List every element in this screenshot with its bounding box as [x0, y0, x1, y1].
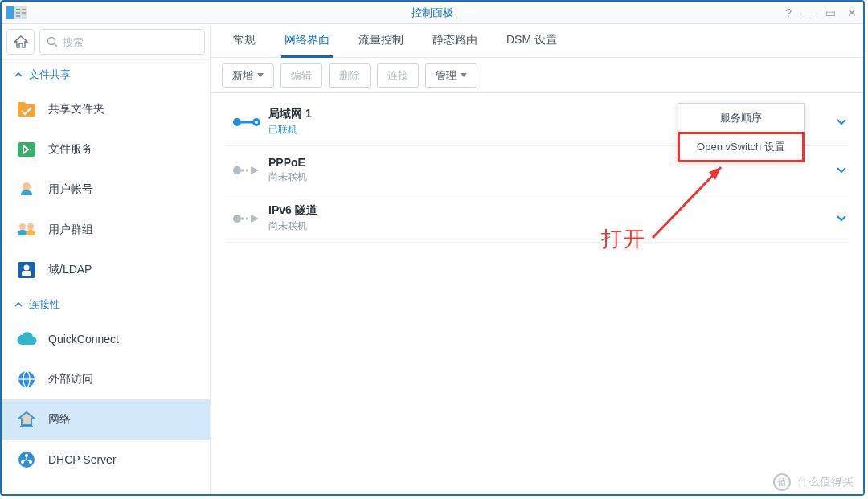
- disconnected-icon: [225, 212, 268, 225]
- maximize-icon[interactable]: ▭: [825, 6, 836, 19]
- tab-dsm-settings[interactable]: DSM 设置: [503, 25, 560, 58]
- menu-item-open-vswitch[interactable]: Open vSwitch 设置: [678, 133, 804, 162]
- svg-point-37: [233, 215, 241, 223]
- interface-status: 尚未联机: [268, 219, 834, 233]
- window-controls: ? — ▭ ✕: [785, 6, 857, 19]
- minimize-icon[interactable]: —: [803, 6, 814, 19]
- sidebar-item-label: 共享文件夹: [48, 102, 104, 117]
- body: 文件共享 共享文件夹 文件服务 用户帐号 用户群组: [2, 24, 863, 494]
- nav-list: 文件共享 共享文件夹 文件服务 用户帐号 用户群组: [2, 60, 210, 494]
- button-label: 管理: [436, 68, 457, 83]
- svg-rect-10: [18, 102, 26, 106]
- sidebar-item-label: 用户群组: [48, 223, 93, 237]
- sidebar-item-label: 文件服务: [48, 142, 93, 157]
- sidebar-item-ldap[interactable]: 域/LDAP: [2, 250, 210, 290]
- svg-rect-19: [16, 235, 37, 239]
- help-icon[interactable]: ?: [785, 6, 792, 19]
- svg-point-15: [19, 223, 26, 230]
- sidebar-item-user[interactable]: 用户帐号: [2, 170, 210, 210]
- app-window: 控制面板 ? — ▭ ✕ 文件共享: [0, 0, 865, 496]
- sidebar-item-group[interactable]: 用户群组: [2, 210, 210, 250]
- svg-point-31: [233, 118, 241, 126]
- sidebar-item-quickconnect[interactable]: QuickConnect: [2, 319, 210, 359]
- dhcp-icon: [16, 449, 37, 470]
- chevron-down-icon[interactable]: [834, 166, 849, 174]
- close-icon[interactable]: ✕: [847, 6, 857, 19]
- svg-point-28: [25, 454, 28, 457]
- cloud-icon: [16, 329, 37, 350]
- disconnected-icon: [225, 164, 268, 177]
- sidebar-item-label: 网络: [48, 412, 71, 427]
- globe-icon: [16, 369, 37, 390]
- watermark-icon: 值: [773, 473, 791, 491]
- sidebar: 文件共享 共享文件夹 文件服务 用户帐号 用户群组: [2, 24, 211, 494]
- menu-item-service-order[interactable]: 服务顺序: [678, 104, 804, 133]
- chevron-up-icon: [14, 301, 23, 309]
- caret-down-icon: [461, 73, 467, 77]
- annotation-label: 打开: [601, 225, 646, 253]
- svg-line-8: [55, 44, 58, 47]
- edit-button[interactable]: 编辑: [280, 63, 322, 88]
- sidebar-item-label: 域/LDAP: [48, 263, 92, 277]
- svg-marker-36: [251, 166, 259, 174]
- sidebar-item-file-services[interactable]: 文件服务: [2, 129, 210, 170]
- sidebar-item-external-access[interactable]: 外部访问: [2, 359, 210, 399]
- section-file-sharing[interactable]: 文件共享: [2, 60, 210, 89]
- app-icon: [6, 5, 29, 21]
- tab-traffic-control[interactable]: 流量控制: [355, 25, 407, 58]
- main-panel: 常规 网络界面 流量控制 静态路由 DSM 设置 新增 编辑 删除 连接 管理 …: [211, 24, 863, 494]
- watermark: 值 什么值得买: [773, 473, 854, 491]
- manage-dropdown: 服务顺序 Open vSwitch 设置: [678, 103, 805, 162]
- svg-point-34: [233, 166, 241, 174]
- manage-button[interactable]: 管理: [425, 63, 477, 88]
- lan-connected-icon: [225, 116, 268, 129]
- search-input-wrap[interactable]: [39, 29, 205, 55]
- svg-rect-4: [16, 15, 20, 17]
- add-button[interactable]: 新增: [222, 63, 274, 88]
- network-icon: [16, 409, 37, 430]
- tab-network-interface[interactable]: 网络界面: [281, 25, 333, 58]
- svg-rect-5: [22, 9, 26, 10]
- chevron-down-icon[interactable]: [834, 118, 849, 126]
- home-search-bar: [2, 24, 210, 60]
- svg-point-7: [48, 38, 55, 45]
- chevron-up-icon: [14, 71, 23, 79]
- sidebar-item-label: DHCP Server: [48, 453, 117, 466]
- shared-folder-icon: [16, 99, 37, 120]
- home-button[interactable]: [6, 29, 35, 55]
- button-label: 新增: [232, 68, 253, 83]
- search-input[interactable]: [63, 36, 198, 48]
- chevron-down-icon[interactable]: [834, 215, 849, 223]
- delete-button[interactable]: 删除: [329, 63, 371, 88]
- svg-marker-39: [251, 215, 259, 223]
- svg-point-33: [254, 119, 260, 125]
- section-label: 文件共享: [29, 67, 71, 82]
- caret-down-icon: [257, 73, 264, 77]
- interface-row-ipv6-tunnel[interactable]: IPv6 隧道 尚未联机: [225, 194, 849, 243]
- toolbar: 新增 编辑 删除 连接 管理: [211, 58, 863, 93]
- svg-rect-3: [16, 12, 20, 14]
- sidebar-item-label: QuickConnect: [48, 333, 119, 346]
- section-connectivity[interactable]: 连接性: [2, 290, 210, 319]
- svg-rect-11: [18, 142, 35, 157]
- interface-title: IPv6 隧道: [268, 203, 834, 218]
- group-icon: [16, 219, 37, 240]
- interface-text: IPv6 隧道 尚未联机: [268, 203, 834, 233]
- sidebar-item-shared-folder[interactable]: 共享文件夹: [2, 89, 210, 129]
- svg-rect-22: [22, 271, 31, 276]
- window-title: 控制面板: [411, 6, 453, 20]
- svg-point-21: [24, 265, 30, 271]
- titlebar: 控制面板 ? — ▭ ✕: [2, 2, 863, 24]
- connect-button[interactable]: 连接: [377, 63, 419, 88]
- svg-rect-14: [18, 195, 35, 198]
- sidebar-item-network[interactable]: 网络: [2, 399, 210, 440]
- tab-general[interactable]: 常规: [230, 25, 259, 58]
- svg-rect-6: [22, 12, 26, 14]
- interface-status: 尚未联机: [268, 170, 834, 184]
- sidebar-item-dhcp[interactable]: DHCP Server: [2, 440, 210, 480]
- tab-static-route[interactable]: 静态路由: [429, 25, 481, 58]
- svg-rect-9: [18, 104, 35, 117]
- file-service-icon: [16, 139, 37, 160]
- svg-rect-2: [16, 9, 20, 10]
- watermark-text: 什么值得买: [797, 475, 854, 489]
